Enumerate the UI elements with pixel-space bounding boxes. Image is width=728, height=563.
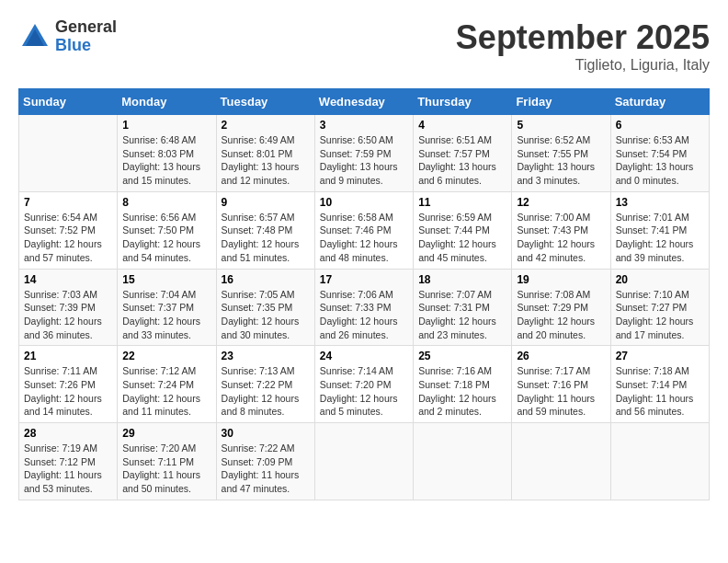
- day-number: 27: [616, 350, 704, 362]
- calendar-cell: 16Sunrise: 7:05 AMSunset: 7:35 PMDayligh…: [216, 269, 314, 346]
- day-number: 24: [320, 350, 408, 362]
- calendar-week-row: 14Sunrise: 7:03 AMSunset: 7:39 PMDayligh…: [19, 269, 710, 346]
- location-text: Tiglieto, Liguria, Italy: [456, 57, 710, 74]
- calendar-cell: [314, 423, 413, 500]
- day-number: 5: [517, 119, 605, 132]
- header-sunday: Sunday: [19, 89, 118, 115]
- day-number: 9: [222, 196, 310, 209]
- day-number: 20: [616, 273, 704, 286]
- calendar-cell: 30Sunrise: 7:22 AMSunset: 7:09 PMDayligh…: [216, 423, 314, 500]
- day-info: Sunrise: 7:06 AMSunset: 7:33 PMDaylight:…: [320, 288, 408, 342]
- day-info: Sunrise: 7:00 AMSunset: 7:43 PMDaylight:…: [517, 211, 605, 265]
- calendar-cell: [512, 423, 610, 500]
- header-tuesday: Tuesday: [216, 89, 314, 115]
- day-number: 21: [24, 350, 112, 362]
- day-number: 11: [418, 196, 506, 209]
- day-number: 12: [517, 196, 605, 209]
- day-info: Sunrise: 6:58 AMSunset: 7:46 PMDaylight:…: [320, 211, 408, 265]
- calendar-cell: 1Sunrise: 6:48 AMSunset: 8:03 PMDaylight…: [118, 115, 216, 192]
- calendar-week-row: 21Sunrise: 7:11 AMSunset: 7:26 PMDayligh…: [19, 346, 710, 423]
- calendar-cell: [414, 423, 512, 500]
- day-info: Sunrise: 7:19 AMSunset: 7:12 PMDaylight:…: [24, 442, 112, 496]
- day-info: Sunrise: 7:01 AMSunset: 7:41 PMDaylight:…: [616, 211, 704, 265]
- calendar-cell: 6Sunrise: 6:53 AMSunset: 7:54 PMDaylight…: [610, 115, 709, 192]
- day-info: Sunrise: 6:49 AMSunset: 8:01 PMDaylight:…: [222, 133, 310, 188]
- calendar-cell: 29Sunrise: 7:20 AMSunset: 7:11 PMDayligh…: [118, 423, 216, 500]
- day-number: 4: [418, 119, 506, 132]
- header-wednesday: Wednesday: [314, 89, 413, 115]
- logo-blue-text: Blue: [55, 37, 117, 55]
- day-info: Sunrise: 7:11 AMSunset: 7:26 PMDaylight:…: [24, 364, 112, 419]
- day-number: 7: [24, 196, 112, 209]
- day-number: 19: [517, 273, 605, 286]
- day-info: Sunrise: 6:50 AMSunset: 7:59 PMDaylight:…: [320, 133, 408, 188]
- calendar-cell: 15Sunrise: 7:04 AMSunset: 7:37 PMDayligh…: [118, 269, 216, 346]
- calendar-cell: 5Sunrise: 6:52 AMSunset: 7:55 PMDaylight…: [512, 115, 610, 192]
- day-info: Sunrise: 6:54 AMSunset: 7:52 PMDaylight:…: [24, 211, 112, 265]
- day-info: Sunrise: 7:17 AMSunset: 7:16 PMDaylight:…: [517, 364, 605, 419]
- day-info: Sunrise: 7:22 AMSunset: 7:09 PMDaylight:…: [222, 442, 310, 496]
- day-number: 17: [320, 273, 408, 286]
- page-header: General Blue September 2025 Tiglieto, Li…: [18, 18, 710, 74]
- day-number: 29: [122, 427, 210, 440]
- calendar-cell: 25Sunrise: 7:16 AMSunset: 7:18 PMDayligh…: [414, 346, 512, 423]
- calendar-cell: 21Sunrise: 7:11 AMSunset: 7:26 PMDayligh…: [19, 346, 118, 423]
- day-number: 15: [122, 273, 210, 286]
- calendar-cell: 22Sunrise: 7:12 AMSunset: 7:24 PMDayligh…: [118, 346, 216, 423]
- calendar-cell: [610, 423, 709, 500]
- calendar-cell: 17Sunrise: 7:06 AMSunset: 7:33 PMDayligh…: [314, 269, 413, 346]
- calendar-cell: 24Sunrise: 7:14 AMSunset: 7:20 PMDayligh…: [314, 346, 413, 423]
- calendar-table: SundayMondayTuesdayWednesdayThursdayFrid…: [18, 88, 710, 500]
- calendar-cell: 28Sunrise: 7:19 AMSunset: 7:12 PMDayligh…: [19, 423, 118, 500]
- day-info: Sunrise: 7:07 AMSunset: 7:31 PMDaylight:…: [418, 288, 506, 342]
- day-info: Sunrise: 7:10 AMSunset: 7:27 PMDaylight:…: [616, 288, 704, 342]
- calendar-cell: 19Sunrise: 7:08 AMSunset: 7:29 PMDayligh…: [512, 269, 610, 346]
- calendar-cell: 23Sunrise: 7:13 AMSunset: 7:22 PMDayligh…: [216, 346, 314, 423]
- day-number: 13: [616, 196, 704, 209]
- day-number: 18: [418, 273, 506, 286]
- calendar-cell: 18Sunrise: 7:07 AMSunset: 7:31 PMDayligh…: [414, 269, 512, 346]
- day-number: 6: [616, 119, 704, 132]
- day-number: 14: [24, 273, 112, 286]
- day-number: 23: [222, 350, 310, 362]
- day-info: Sunrise: 7:05 AMSunset: 7:35 PMDaylight:…: [222, 288, 310, 342]
- day-number: 3: [320, 119, 408, 132]
- header-saturday: Saturday: [610, 89, 709, 115]
- calendar-cell: 11Sunrise: 6:59 AMSunset: 7:44 PMDayligh…: [414, 191, 512, 269]
- header-monday: Monday: [118, 89, 216, 115]
- day-info: Sunrise: 6:52 AMSunset: 7:55 PMDaylight:…: [517, 133, 605, 188]
- calendar-cell: 7Sunrise: 6:54 AMSunset: 7:52 PMDaylight…: [19, 191, 118, 269]
- calendar-cell: 2Sunrise: 6:49 AMSunset: 8:01 PMDaylight…: [216, 115, 314, 192]
- calendar-cell: 26Sunrise: 7:17 AMSunset: 7:16 PMDayligh…: [512, 346, 610, 423]
- calendar-cell: 3Sunrise: 6:50 AMSunset: 7:59 PMDaylight…: [314, 115, 413, 192]
- calendar-header-row: SundayMondayTuesdayWednesdayThursdayFrid…: [19, 89, 710, 115]
- day-info: Sunrise: 6:48 AMSunset: 8:03 PMDaylight:…: [122, 133, 210, 188]
- day-number: 2: [222, 119, 310, 132]
- day-number: 25: [418, 350, 506, 362]
- calendar-cell: [19, 115, 118, 192]
- day-info: Sunrise: 6:57 AMSunset: 7:48 PMDaylight:…: [222, 211, 310, 265]
- calendar-cell: 13Sunrise: 7:01 AMSunset: 7:41 PMDayligh…: [610, 191, 709, 269]
- calendar-week-row: 7Sunrise: 6:54 AMSunset: 7:52 PMDaylight…: [19, 191, 710, 269]
- logo-general-text: General: [55, 18, 117, 37]
- day-info: Sunrise: 7:16 AMSunset: 7:18 PMDaylight:…: [418, 364, 506, 419]
- calendar-cell: 20Sunrise: 7:10 AMSunset: 7:27 PMDayligh…: [610, 269, 709, 346]
- day-number: 1: [122, 119, 210, 132]
- month-title: September 2025: [456, 18, 710, 57]
- day-number: 8: [122, 196, 210, 209]
- day-info: Sunrise: 6:56 AMSunset: 7:50 PMDaylight:…: [122, 211, 210, 265]
- calendar-cell: 14Sunrise: 7:03 AMSunset: 7:39 PMDayligh…: [19, 269, 118, 346]
- day-number: 16: [222, 273, 310, 286]
- logo-icon: [18, 20, 51, 53]
- header-friday: Friday: [512, 89, 610, 115]
- day-info: Sunrise: 7:04 AMSunset: 7:37 PMDaylight:…: [122, 288, 210, 342]
- day-info: Sunrise: 7:03 AMSunset: 7:39 PMDaylight:…: [24, 288, 112, 342]
- calendar-cell: 12Sunrise: 7:00 AMSunset: 7:43 PMDayligh…: [512, 191, 610, 269]
- day-info: Sunrise: 7:08 AMSunset: 7:29 PMDaylight:…: [517, 288, 605, 342]
- day-number: 10: [320, 196, 408, 209]
- calendar-cell: 4Sunrise: 6:51 AMSunset: 7:57 PMDaylight…: [414, 115, 512, 192]
- calendar-cell: 9Sunrise: 6:57 AMSunset: 7:48 PMDaylight…: [216, 191, 314, 269]
- day-info: Sunrise: 6:51 AMSunset: 7:57 PMDaylight:…: [418, 133, 506, 188]
- calendar-cell: 10Sunrise: 6:58 AMSunset: 7:46 PMDayligh…: [314, 191, 413, 269]
- day-number: 30: [222, 427, 310, 440]
